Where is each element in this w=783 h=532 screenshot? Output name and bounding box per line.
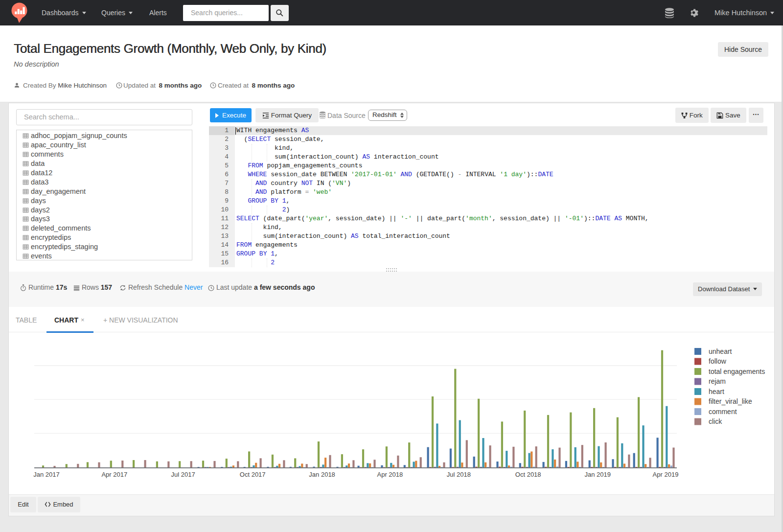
svg-text:Apr 2017: Apr 2017 bbox=[101, 471, 127, 478]
svg-text:unheart: unheart bbox=[709, 347, 732, 355]
svg-text:click: click bbox=[709, 417, 722, 425]
svg-text:filter_viral_like: filter_viral_like bbox=[709, 397, 752, 405]
svg-text:Oct 2018: Oct 2018 bbox=[515, 471, 541, 478]
svg-text:total engagements: total engagements bbox=[709, 368, 765, 375]
svg-text:Jul 2018: Jul 2018 bbox=[447, 471, 471, 478]
svg-text:Oct 2017: Oct 2017 bbox=[240, 471, 266, 478]
svg-text:Jan 2019: Jan 2019 bbox=[584, 471, 611, 478]
svg-text:Jan 2018: Jan 2018 bbox=[309, 471, 335, 478]
svg-text:follow: follow bbox=[709, 357, 727, 365]
svg-text:Jan 2017: Jan 2017 bbox=[33, 471, 60, 478]
svg-text:Apr 2018: Apr 2018 bbox=[377, 471, 403, 478]
svg-text:comment: comment bbox=[709, 408, 737, 416]
svg-text:heart: heart bbox=[709, 388, 724, 395]
svg-text:Apr 2019: Apr 2019 bbox=[653, 471, 679, 478]
svg-text:Jul 2017: Jul 2017 bbox=[171, 471, 195, 478]
svg-text:rejam: rejam bbox=[709, 377, 726, 385]
